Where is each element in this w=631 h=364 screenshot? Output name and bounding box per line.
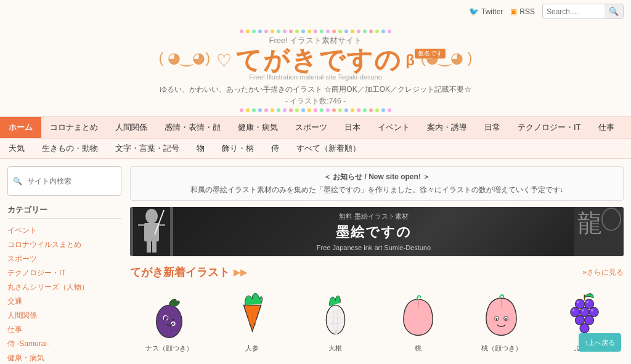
twitter-link[interactable]: 🐦 Twitter (469, 7, 503, 16)
nav-item-all[interactable]: すべて（新着順） (288, 139, 369, 158)
header-free-label: Free! イラスト素材サイト (216, 35, 415, 46)
rss-label: RSS (519, 7, 535, 16)
nav-item-japan[interactable]: 日本 (336, 117, 369, 138)
svg-point-34 (585, 299, 594, 308)
svg-point-41 (577, 301, 579, 303)
eggplant-svg (143, 288, 195, 340)
svg-point-40 (580, 323, 589, 333)
illust-label-carrot: 人参 (245, 344, 259, 353)
daikon-svg (309, 288, 362, 340)
svg-point-42 (586, 301, 588, 303)
nav-item-objects[interactable]: 物 (188, 139, 213, 158)
svg-point-29 (505, 318, 507, 320)
nav-item-weather[interactable]: 天気 (0, 139, 33, 158)
svg-rect-2 (144, 223, 159, 241)
list-item: 仕事 (7, 323, 121, 337)
main-content: ＜ お知らせ / New site open! ＞ 和風の墨絵イラスト素材のみを… (130, 166, 624, 364)
illust-label-peach-face: 桃（顔つき） (481, 344, 522, 353)
nav-item-events[interactable]: イベント (369, 117, 418, 138)
heart-decoration: ♡ (216, 51, 232, 71)
list-item: イベント (7, 224, 121, 238)
top-search-input[interactable] (543, 6, 605, 18)
svg-point-20 (326, 305, 344, 334)
banner-image-left (130, 207, 173, 256)
illust-img-peach[interactable] (379, 286, 457, 341)
banner-text-area: 無料 墨絵イラスト素材 墨絵ですの Free Japanese ink art … (173, 212, 574, 251)
rss-icon: ▣ (510, 7, 517, 16)
nav-item-emotions[interactable]: 感情・表情・顔 (156, 117, 229, 138)
new-illustrations-title-text: てがき新着イラスト (130, 265, 230, 280)
list-item: テクノロジー・IT (7, 266, 121, 280)
svg-point-31 (507, 318, 510, 322)
sidebar-search-button[interactable]: 検索 (121, 167, 121, 195)
sidebar-search-input[interactable] (26, 173, 121, 189)
secondary-nav: 天気 生きもの・動物 文字・言葉・記号 物 飾り・柄 侍 すべて（新着順） (0, 139, 631, 159)
nav-item-characters[interactable]: 文字・言葉・記号 (107, 139, 188, 158)
primary-nav: ホーム コロナまとめ 人間関係 感情・表情・顔 健康・病気 スポーツ 日本 イベ… (0, 116, 631, 139)
illust-label-daikon: 大根 (328, 344, 342, 353)
nav-item-animals[interactable]: 生きもの・動物 (33, 139, 107, 158)
svg-point-37 (589, 307, 598, 317)
nav-item-guidance[interactable]: 案内・誘導 (418, 117, 476, 138)
illust-img-daikon[interactable] (296, 286, 375, 341)
illust-item-carrot: 人参 (213, 286, 291, 353)
rss-link[interactable]: ▣ RSS (510, 7, 535, 16)
svg-rect-5 (147, 241, 151, 253)
illust-label-eggplant: ナス（顔つき） (145, 344, 193, 353)
sidebar-search-box: 🔍 検索 (7, 166, 121, 196)
header-count: - イラスト数:746 - (0, 96, 631, 107)
twitter-icon: 🐦 (469, 7, 479, 16)
ink-art-banner[interactable]: 無料 墨絵イラスト素材 墨絵ですの Free Japanese ink art … (130, 207, 624, 256)
ink-art-svg: 龍 (574, 207, 624, 256)
nav-item-corona[interactable]: コロナまとめ (41, 117, 107, 138)
svg-point-38 (575, 315, 584, 325)
svg-point-1 (145, 209, 158, 224)
beta-badge: 仮名です (415, 49, 446, 59)
nav-item-relationships[interactable]: 人間関係 (107, 117, 156, 138)
svg-point-28 (496, 318, 498, 320)
sidebar-category-list: イベント コロナウイルスまとめ スポーツ テクノロジー・IT 丸さんシリーズ（人… (7, 224, 121, 364)
new-illustrations-more[interactable]: »さらに見る (582, 267, 624, 278)
new-illustrations-arrow: ▶▶ (234, 267, 247, 277)
main-layout: 🔍 検索 カテゴリー イベント コロナウイルスまとめ スポーツ テクノロジー・I… (0, 159, 631, 364)
list-item: コロナウイルスまとめ (7, 238, 121, 252)
samurai-svg (133, 207, 170, 256)
list-item: 交通 (7, 294, 121, 309)
peach-face-svg (475, 288, 527, 340)
sidebar-search-icon: 🔍 (8, 173, 26, 189)
svg-point-39 (585, 315, 594, 325)
illust-img-eggplant[interactable] (130, 286, 208, 341)
svg-rect-6 (152, 241, 157, 253)
banner-subtitle: Free Japanese ink art Sumie-Destuno (185, 244, 562, 251)
site-header: ( ◕‿◕) Free! イラスト素材サイト ♡ てがきですの β 仮名です F… (0, 23, 631, 116)
nav-item-sports[interactable]: スポーツ (287, 117, 336, 138)
nav-item-daily[interactable]: 日常 (476, 117, 509, 138)
svg-point-36 (580, 307, 589, 317)
illust-item-peach: 桃 (379, 286, 457, 353)
beta-symbol: β (405, 52, 415, 69)
nav-item-samurai[interactable]: 侍 (263, 139, 288, 158)
banner-title: 墨絵ですの (185, 223, 562, 241)
list-item: 人間関係 (7, 309, 121, 323)
illust-img-carrot[interactable] (213, 286, 291, 341)
nav-item-tech[interactable]: テクノロジー・IT (509, 117, 590, 138)
svg-point-15 (164, 318, 166, 321)
illust-label-peach: 桃 (415, 344, 421, 353)
nav-item-patterns[interactable]: 飾り・柄 (213, 139, 263, 158)
svg-text:龍: 龍 (577, 209, 602, 237)
list-item: スポーツ (7, 252, 121, 266)
nav-item-health[interactable]: 健康・病気 (229, 117, 287, 138)
illust-img-peach-face[interactable] (462, 286, 540, 341)
nav-item-work[interactable]: 仕事 (590, 117, 623, 138)
top-bar: 🐦 Twitter ▣ RSS 🔍 (0, 0, 631, 23)
grapes-svg (558, 288, 611, 340)
top-search-button[interactable]: 🔍 (605, 4, 623, 18)
twitter-label: Twitter (481, 7, 503, 16)
svg-point-11 (157, 305, 182, 338)
svg-rect-4 (159, 224, 165, 226)
nav-item-home[interactable]: ホーム (0, 117, 41, 138)
sidebar: 🔍 検索 カテゴリー イベント コロナウイルスまとめ スポーツ テクノロジー・I… (7, 166, 121, 364)
list-item: 健康・病気 (7, 351, 121, 364)
scroll-to-top-button[interactable]: ↑上へ戻る (579, 333, 622, 352)
new-illustrations-title: てがき新着イラスト ▶▶ (130, 265, 247, 280)
